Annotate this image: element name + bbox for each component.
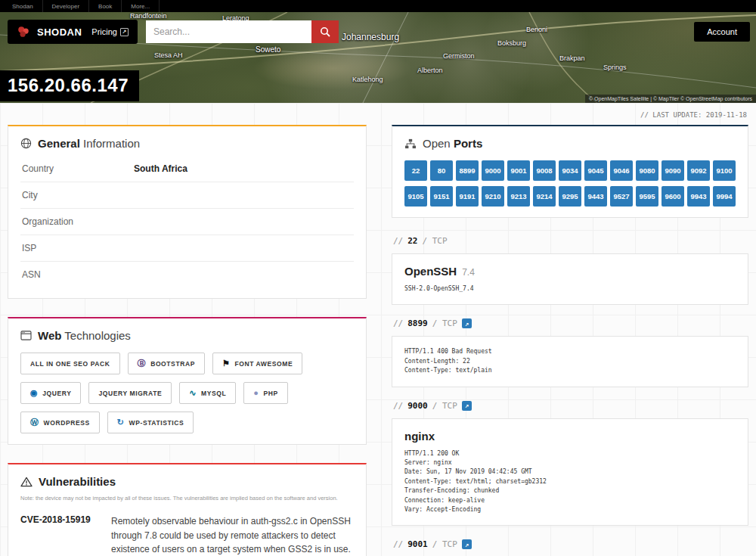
topnav-link[interactable]: Developer bbox=[43, 0, 89, 12]
service-port: 9001 bbox=[407, 539, 428, 549]
map-place-label: Soweto bbox=[256, 45, 280, 54]
top-nav: Shodan Developer Book More... bbox=[0, 0, 756, 12]
webtech-card: Web Technologies All in One SEO Pack Ⓑ B… bbox=[8, 317, 367, 445]
port-badge[interactable]: 9034 bbox=[559, 160, 581, 181]
port-badge[interactable]: 80 bbox=[430, 160, 453, 181]
pricing-link[interactable]: Pricing ↗ bbox=[91, 27, 129, 36]
technology-tag[interactable]: ⚑ Font Awesome bbox=[212, 353, 302, 374]
service-port: 8899 bbox=[407, 318, 428, 328]
open-ports-card: Open Ports 22 80 8899 9000 9001 900 bbox=[392, 125, 748, 218]
map-place-label: Springs bbox=[603, 64, 627, 71]
map-banner: Randfontein Leratong Stesa AH Soweto Joh… bbox=[0, 12, 756, 103]
cve-description: Remotely observable behaviour in auth-gs… bbox=[111, 514, 354, 556]
warning-icon bbox=[20, 477, 33, 487]
port-badge[interactable]: 9210 bbox=[482, 186, 504, 207]
brand-name[interactable]: SHODAN bbox=[37, 26, 82, 38]
port-badge[interactable]: 9295 bbox=[559, 186, 581, 207]
account-button[interactable]: Account bbox=[694, 22, 750, 42]
service-card: OpenSSH7.4 SSH-2.0-OpenSSH_7.4 bbox=[392, 253, 748, 305]
topnav-link[interactable]: Shodan bbox=[3, 0, 43, 12]
map-place-label: Alberton bbox=[417, 67, 443, 74]
port-badge[interactable]: 9600 bbox=[662, 186, 684, 207]
technology-tag[interactable]: ∿ MySQL bbox=[179, 382, 236, 404]
port-badge[interactable]: 9994 bbox=[713, 186, 736, 207]
service-prefix: // bbox=[393, 539, 403, 549]
general-table: Country South Africa City Organization bbox=[20, 156, 354, 287]
search-button[interactable] bbox=[311, 20, 339, 43]
general-row: Organization bbox=[20, 209, 354, 235]
port-badge[interactable]: 9595 bbox=[636, 186, 658, 207]
shodan-logo-icon[interactable] bbox=[17, 25, 30, 39]
map-place-label: Boksburg bbox=[497, 39, 526, 47]
port-badge[interactable]: 9151 bbox=[430, 186, 453, 207]
port-badge[interactable]: 9092 bbox=[687, 160, 710, 181]
port-badge[interactable]: 8899 bbox=[456, 160, 479, 181]
open-ports-title: Open Ports bbox=[404, 137, 736, 150]
search-box bbox=[146, 20, 311, 43]
service-card: nginx HTTP/1.1 200 OK Server: nginx Date… bbox=[392, 418, 748, 526]
port-badge[interactable]: 9214 bbox=[533, 186, 556, 207]
external-link-icon[interactable]: ↗ bbox=[462, 401, 472, 411]
port-badge[interactable]: 22 bbox=[404, 160, 427, 181]
search-input[interactable] bbox=[146, 20, 311, 43]
port-badge[interactable]: 9090 bbox=[662, 160, 684, 181]
field-value: South Africa bbox=[134, 163, 187, 174]
technology-tag[interactable]: ● PHP bbox=[243, 382, 288, 404]
service-header: // 9000 / TCP ↗ bbox=[393, 401, 747, 411]
port-badge[interactable]: 9105 bbox=[404, 186, 427, 207]
technology-icon: ● bbox=[253, 389, 259, 397]
technology-tag[interactable]: Ⓦ WordPress bbox=[20, 412, 100, 433]
port-badge[interactable]: 9080 bbox=[636, 160, 658, 181]
technology-icon: Ⓑ bbox=[138, 359, 147, 368]
technology-icon: ◉ bbox=[30, 389, 38, 397]
cve-id-link[interactable]: CVE-2018-15919 bbox=[20, 514, 99, 556]
topnav-link[interactable]: More... bbox=[122, 0, 160, 12]
port-badge[interactable]: 9443 bbox=[584, 186, 607, 207]
technology-icon: Ⓦ bbox=[30, 418, 39, 427]
port-badge[interactable]: 9527 bbox=[610, 186, 633, 207]
topnav-link[interactable]: Book bbox=[89, 0, 122, 12]
technology-label: WP-Statistics bbox=[129, 419, 184, 427]
technology-tag[interactable]: ↻ WP-Statistics bbox=[107, 412, 194, 433]
general-row: City bbox=[20, 182, 354, 209]
technology-tag[interactable]: All in One SEO Pack bbox=[20, 353, 120, 374]
webtech-title: Web Technologies bbox=[20, 329, 354, 342]
service-product: OpenSSH7.4 bbox=[404, 265, 736, 278]
vulnerability-row: CVE-2018-15919 Remotely observable behav… bbox=[20, 505, 354, 556]
external-link-icon[interactable]: ↗ bbox=[462, 539, 472, 549]
external-link-icon[interactable]: ↗ bbox=[462, 318, 472, 328]
vulnerabilities-note: Note: the device may not be impacted by … bbox=[20, 495, 354, 502]
general-row: ISP bbox=[20, 235, 354, 262]
right-column: Open Ports 22 80 8899 9000 9001 900 bbox=[392, 125, 748, 556]
map-place-label: Katlehong bbox=[352, 76, 383, 83]
technology-tag[interactable]: jQuery Migrate bbox=[88, 382, 172, 404]
service-banner: HTTP/1.1 200 OK Server: nginx Date: Sun,… bbox=[404, 449, 736, 515]
external-link-icon: ↗ bbox=[120, 28, 129, 36]
port-badge[interactable]: 9191 bbox=[456, 186, 479, 207]
port-badge[interactable]: 9943 bbox=[687, 186, 710, 207]
port-badge[interactable]: 9100 bbox=[713, 160, 736, 181]
general-row: ASN bbox=[20, 262, 354, 287]
port-badge[interactable]: 9213 bbox=[507, 186, 530, 207]
service-protocol: / TCP bbox=[423, 236, 448, 246]
technology-icon: ⚑ bbox=[222, 359, 230, 368]
port-badge[interactable]: 9046 bbox=[610, 160, 633, 181]
network-ports-icon bbox=[404, 138, 417, 149]
services-list: // 22 / TCP OpenSSH7.4 SSH-2.0-OpenSSH_7… bbox=[392, 236, 748, 556]
service-product: nginx bbox=[404, 430, 736, 443]
port-badge[interactable]: 9045 bbox=[584, 160, 607, 181]
technology-tag[interactable]: ◉ jQuery bbox=[20, 382, 81, 404]
technology-tag[interactable]: Ⓑ Bootstrap bbox=[128, 353, 205, 374]
field-label: City bbox=[22, 190, 134, 200]
technology-icon: ∿ bbox=[189, 389, 197, 397]
map-attribution[interactable]: © OpenMapTiles Satellite | © MapTiler © … bbox=[585, 95, 756, 103]
search-icon bbox=[320, 26, 330, 37]
vulnerabilities-card: Vulnerabilities Note: the device may not… bbox=[8, 463, 367, 556]
service-protocol: / TCP bbox=[432, 318, 457, 328]
service-prefix: // bbox=[393, 236, 403, 246]
port-badge[interactable]: 9000 bbox=[482, 160, 504, 181]
port-badge[interactable]: 9001 bbox=[507, 160, 530, 181]
service-section: // 9001 / TCP ↗ HTTP/1.1 200 OK\r\nServe… bbox=[392, 539, 748, 556]
port-badge[interactable]: 9008 bbox=[533, 160, 556, 181]
vulnerabilities-title: Vulnerabilities bbox=[20, 475, 354, 488]
